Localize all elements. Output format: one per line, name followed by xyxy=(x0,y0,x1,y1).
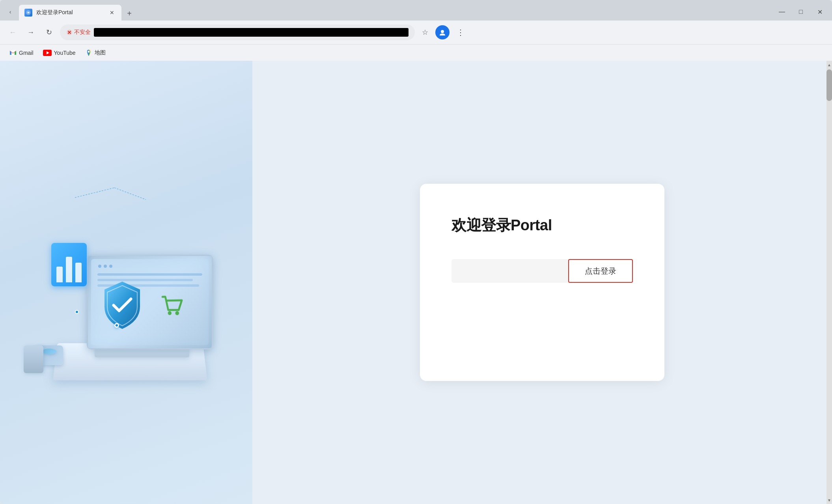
bar-3 xyxy=(75,263,82,282)
svg-point-10 xyxy=(175,311,179,315)
svg-point-4 xyxy=(441,30,444,33)
gmail-icon xyxy=(9,50,17,56)
security-indicator: 不安全 xyxy=(66,29,91,36)
bar-1 xyxy=(56,267,63,282)
login-illustration xyxy=(24,160,229,405)
login-area: 欢迎登录Portal 点击登录 xyxy=(252,61,832,504)
bar-2 xyxy=(66,257,72,282)
login-title: 欢迎登录Portal xyxy=(451,215,633,235)
illustration-area xyxy=(0,61,252,504)
minimize-button[interactable]: — xyxy=(773,6,791,18)
bookmark-gmail[interactable]: Gmail xyxy=(6,48,37,58)
tab-strip-scroll-left[interactable]: ‹ xyxy=(3,5,17,19)
bookmark-maps[interactable]: 地图 xyxy=(81,47,110,58)
youtube-icon xyxy=(43,50,52,56)
new-tab-button[interactable]: + xyxy=(123,7,136,20)
svg-line-11 xyxy=(75,188,114,198)
cart-icon-3d xyxy=(159,292,185,327)
svg-point-9 xyxy=(168,311,172,315)
bookmarks-bar: Gmail YouTube 地图 xyxy=(0,44,832,61)
svg-line-12 xyxy=(114,188,146,200)
maximize-button[interactable]: □ xyxy=(792,6,810,18)
scrollbar-arrow-up[interactable]: ▲ xyxy=(826,61,832,69)
tab-bar: ‹ 欢迎登录Portal ✕ + — □ ✕ xyxy=(0,0,832,21)
maps-icon xyxy=(85,49,92,56)
login-form-row: 点击登录 xyxy=(451,259,633,283)
login-card: 欢迎登录Portal 点击登录 xyxy=(420,184,664,381)
monitor-dots xyxy=(98,265,112,268)
scrollbar-track: ▲ ▼ xyxy=(826,61,832,504)
tab-title: 欢迎登录Portal xyxy=(36,9,104,16)
address-bar[interactable]: 不安全 https://████████████████████████████… xyxy=(60,24,415,40)
maps-label: 地图 xyxy=(95,49,106,56)
shield-icon-3d xyxy=(99,278,146,334)
window-controls: — □ ✕ xyxy=(773,6,829,21)
page-content: 欢迎登录Portal 点击登录 ▲ ▼ xyxy=(0,61,832,504)
toolbar: ← → ↻ 不安全 https://██████████████████████… xyxy=(0,21,832,44)
svg-point-8 xyxy=(88,50,90,52)
bar-chart-panel xyxy=(51,243,87,286)
chrome-window: ‹ 欢迎登录Portal ✕ + — □ ✕ ← → ↻ xyxy=(0,0,832,504)
cylinder-object xyxy=(24,345,43,373)
reload-button[interactable]: ↻ xyxy=(42,25,56,39)
scrollbar-arrow-down[interactable]: ▼ xyxy=(826,496,832,504)
bookmark-star-button[interactable]: ☆ xyxy=(419,26,431,39)
gmail-label: Gmail xyxy=(19,50,34,56)
chrome-menu-button[interactable]: ⋮ xyxy=(453,25,468,39)
scrollbar-thumb[interactable] xyxy=(826,69,832,101)
tab-close-button[interactable]: ✕ xyxy=(108,9,116,17)
login-username-input[interactable] xyxy=(451,259,568,283)
youtube-label: YouTube xyxy=(54,50,76,56)
login-submit-button[interactable]: 点击登录 xyxy=(568,259,633,283)
bookmark-youtube[interactable]: YouTube xyxy=(39,48,80,58)
active-tab[interactable]: 欢迎登录Portal ✕ xyxy=(19,5,121,21)
tab-favicon xyxy=(24,9,32,17)
close-button[interactable]: ✕ xyxy=(811,6,829,18)
forward-button[interactable]: → xyxy=(24,25,38,39)
url-display: https://████████████████████████████████… xyxy=(94,28,409,37)
back-button[interactable]: ← xyxy=(6,25,20,39)
profile-button[interactable] xyxy=(435,25,450,39)
